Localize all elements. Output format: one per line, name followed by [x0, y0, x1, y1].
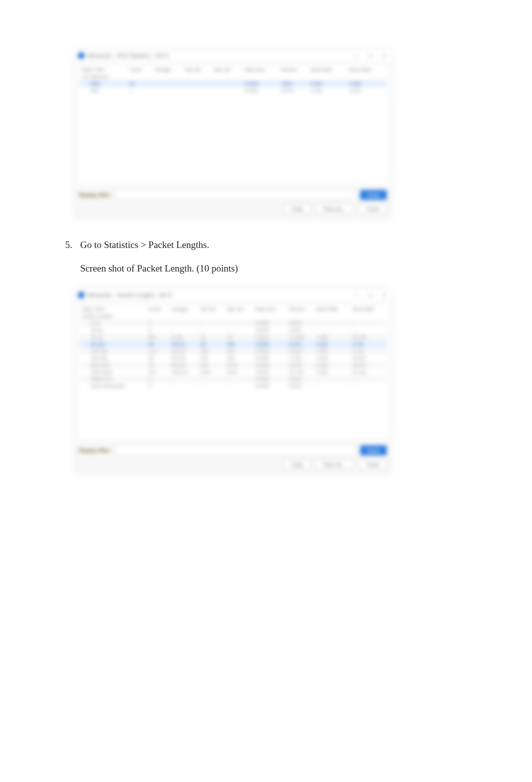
table-cell: 0.200	[309, 80, 348, 87]
table-cell: -	[169, 327, 198, 334]
table-cell	[152, 73, 183, 80]
copy-button[interactable]: Copy	[284, 459, 311, 469]
table-row[interactable]: 2560-51190---0.00000.00%--	[80, 376, 386, 383]
table-cell: 0.0000	[253, 376, 287, 383]
table-cell: 96	[147, 341, 169, 348]
table-cell: 0	[147, 320, 169, 327]
display-filter-input[interactable]	[115, 190, 356, 200]
table-cell: 160	[199, 348, 225, 355]
table-cell: 1280-2559	[80, 369, 147, 376]
table-cell: 0.0000	[253, 327, 287, 334]
table-cell: 0.000	[348, 87, 386, 94]
col-average: Average	[152, 66, 183, 73]
table-row[interactable]: All Addresses	[80, 73, 386, 80]
table-row[interactable]: 40-7986162.4554790.062347.89%3.90025.145	[80, 334, 386, 341]
table-cell: 0.0020	[242, 80, 279, 87]
window-title: Wireshark · IPv6 Statistics · Wi-Fi	[87, 53, 353, 59]
table-cell: 0.0623	[253, 334, 287, 341]
table-cell	[152, 87, 183, 94]
table-cell: -	[225, 320, 253, 327]
table-cell: 0.0000	[253, 320, 287, 327]
table-row[interactable]: 1280-25595701494.30129415140.041231.70%5…	[80, 369, 386, 376]
apply-button[interactable]: Apply	[360, 445, 387, 455]
table-cell: 0.0082	[253, 348, 287, 355]
table-cell: 3.900	[315, 334, 350, 341]
table-cell: 114	[147, 348, 169, 355]
table-cell: 0.0052	[253, 362, 287, 369]
table-row[interactable]: 0-190---0.00000.00%--	[80, 320, 386, 327]
display-filter-input[interactable]	[115, 445, 356, 455]
table-cell: 318	[225, 348, 253, 355]
table-cell: 5.34%	[287, 341, 315, 348]
table-cell: 878.45	[169, 362, 198, 369]
table-cell: 861	[147, 334, 169, 341]
app-icon	[78, 53, 84, 59]
table-cell: 570	[147, 369, 169, 376]
close-button[interactable]: Close	[359, 204, 387, 214]
maximize-icon[interactable]: ☐	[367, 52, 374, 59]
table-cell: 6.34%	[287, 348, 315, 355]
table-row[interactable]: 160-319114226.541603180.00826.34%0.6008.…	[80, 348, 386, 355]
table-cell: 1514	[225, 369, 253, 376]
table-cell: 8.742	[351, 341, 387, 348]
table-cell: 0.0062	[253, 355, 287, 362]
table-row[interactable]: fe80::280.0020100%0.2000.000	[80, 80, 386, 87]
table-cell	[184, 87, 212, 94]
table-cell: 1	[128, 87, 152, 94]
close-button[interactable]: Close	[359, 459, 387, 469]
col-max: Max Val	[225, 306, 253, 313]
col-percent: Percent	[287, 306, 315, 313]
table-cell: 0.0069	[253, 341, 287, 348]
col-burst-start: Burst Start	[348, 66, 386, 73]
table-header-row: Topic / Item Count Average Min Val Max V…	[80, 66, 386, 73]
table-cell: 80	[199, 341, 225, 348]
table-row[interactable]: ff02::10.00013.57%0.1000.000	[80, 87, 386, 94]
table-cell	[147, 313, 169, 320]
table-row[interactable]: Packet Lengths	[80, 313, 386, 320]
minimize-icon[interactable]: —	[353, 52, 360, 59]
table-cell: 25.847	[351, 362, 387, 369]
table-cell: -	[351, 320, 387, 327]
close-icon[interactable]: ✕	[381, 292, 388, 299]
table-cell: -	[169, 383, 198, 390]
col-burst-rate: Burst Rate	[309, 66, 348, 73]
table-row[interactable]: 80-15996108.21801580.00695.34%0.5008.742	[80, 341, 386, 348]
table-row[interactable]: 640-127972878.4564312780.00524.01%0.4002…	[80, 362, 386, 369]
table-row[interactable]: 20-390---0.00000.00%--	[80, 327, 386, 334]
table-cell: 0.00%	[287, 327, 315, 334]
minimize-icon[interactable]: —	[353, 292, 360, 299]
table-cell: All Addresses	[80, 73, 128, 80]
table-cell: 0	[147, 376, 169, 383]
table-cell: 20-39	[80, 327, 147, 334]
table-cell: 0.00%	[287, 383, 315, 390]
stats-table-container: Topic / Item Count Average Min Val Max V…	[77, 64, 389, 185]
col-max: Max Val	[212, 66, 243, 73]
table-cell: 31.70%	[287, 369, 315, 376]
table-cell: -	[315, 383, 350, 390]
copy-button[interactable]: Copy	[284, 204, 311, 214]
save-as-button[interactable]: Save as…	[316, 459, 354, 469]
table-cell: 5.200	[315, 369, 350, 376]
table-cell: -	[351, 376, 387, 383]
window-footer: Display filter: Apply Copy Save as… Clos…	[75, 442, 391, 473]
table-cell: 2560-5119	[80, 376, 147, 383]
table-row[interactable]: 320-63985441.363216380.00624.73%0.60025.…	[80, 355, 386, 362]
table-cell: 320-639	[80, 355, 147, 362]
save-as-button[interactable]: Save as…	[316, 204, 354, 214]
table-cell: -	[199, 320, 225, 327]
maximize-icon[interactable]: ☐	[367, 292, 374, 299]
table-cell	[184, 73, 212, 80]
apply-button[interactable]: Apply	[360, 190, 387, 200]
col-rate: Rate (ms)	[253, 306, 287, 313]
table-cell	[225, 313, 253, 320]
col-count: Count	[128, 66, 152, 73]
table-row[interactable]: 5120 and greater0---0.00000.00%--	[80, 383, 386, 390]
table-cell	[212, 87, 243, 94]
table-cell: 4.73%	[287, 355, 315, 362]
table-cell: 0.100	[309, 87, 348, 94]
close-icon[interactable]: ✕	[381, 52, 388, 59]
table-cell: 54	[199, 334, 225, 341]
table-cell: Packet Lengths	[80, 313, 147, 320]
table-cell	[279, 73, 309, 80]
window-titlebar: Wireshark · IPv6 Statistics · Wi-Fi — ☐ …	[75, 50, 391, 62]
